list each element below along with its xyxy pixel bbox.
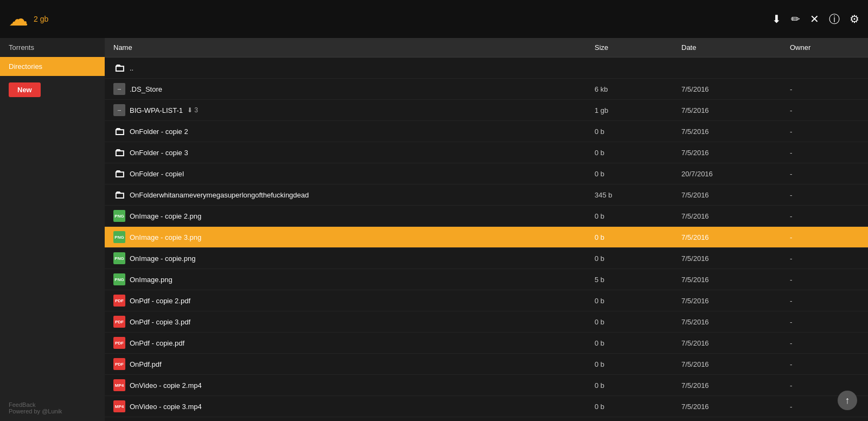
file-size: 6 kb bbox=[586, 79, 673, 100]
file-size: 0 b bbox=[586, 163, 673, 184]
file-date: 7/5/2016 bbox=[673, 100, 781, 121]
file-owner: - bbox=[781, 142, 868, 163]
file-name-cell: PDFOnPdf - copie.pdf bbox=[113, 337, 577, 349]
file-owner: - bbox=[781, 163, 868, 184]
file-owner: - bbox=[781, 354, 868, 375]
table-row[interactable]: PNGOnImage.png5 b7/5/2016- bbox=[105, 269, 868, 290]
file-type-icon: PDF bbox=[113, 337, 125, 349]
file-type-icon: 🗀 bbox=[113, 62, 125, 74]
file-name: OnVideo - copie 2.mp4 bbox=[130, 381, 202, 390]
download-badge: ⬇ 3 bbox=[187, 106, 198, 114]
file-name: OnFolderwhitanameverymegasuperlongofthef… bbox=[130, 191, 309, 199]
file-date: 20/7/2016 bbox=[673, 163, 781, 184]
feedback-link[interactable]: FeedBack bbox=[9, 401, 96, 408]
file-name: BIG-WPA-LIST-1 bbox=[130, 106, 183, 114]
file-owner: - bbox=[781, 311, 868, 333]
file-type-icon: ··· bbox=[113, 104, 125, 116]
file-name: .DS_Store bbox=[130, 85, 162, 93]
file-owner: - bbox=[781, 184, 868, 206]
sidebar-item-torrents[interactable]: Torrents bbox=[0, 38, 105, 57]
file-name-cell: ···BIG-WPA-LIST-1 ⬇ 3 bbox=[113, 104, 577, 116]
file-name: .. bbox=[130, 64, 133, 72]
cloud-icon: ☁ bbox=[9, 9, 28, 29]
table-row[interactable]: 🗀OnFolder - copie 20 b7/5/2016- bbox=[105, 121, 868, 142]
file-owner: - bbox=[781, 206, 868, 227]
file-type-icon: PDF bbox=[113, 295, 125, 307]
file-type-icon: PNG bbox=[113, 210, 125, 222]
file-type-icon: 🗀 bbox=[113, 146, 125, 158]
file-date: 7/5/2016 bbox=[673, 375, 781, 396]
file-name: OnImage - copie 2.png bbox=[130, 212, 201, 220]
file-owner: - bbox=[781, 333, 868, 354]
file-date: 7/5/2016 bbox=[673, 269, 781, 290]
table-row[interactable]: 🗀.. bbox=[105, 58, 868, 79]
file-date: 7/5/2016 bbox=[673, 227, 781, 248]
file-name-cell: 🗀OnFolder - copie 3 bbox=[113, 146, 577, 158]
file-size: 0 b bbox=[586, 396, 673, 417]
file-owner: - bbox=[781, 121, 868, 142]
file-size: 0 b bbox=[586, 417, 673, 422]
col-name: Name bbox=[105, 38, 586, 58]
table-row[interactable]: 🗀OnFolderwhitanameverymegasuperlongofthe… bbox=[105, 184, 868, 206]
file-date: 7/5/2016 bbox=[673, 79, 781, 100]
file-browser: Name Size Date Owner 🗀..···.DS_Store6 kb… bbox=[105, 38, 868, 421]
sidebar: Torrents Directories New FeedBack Powere… bbox=[0, 38, 105, 421]
sidebar-item-directories[interactable]: Directories bbox=[0, 57, 105, 76]
col-size: Size bbox=[586, 38, 673, 58]
table-row[interactable]: PDFOnPdf - copie.pdf0 b7/5/2016- bbox=[105, 333, 868, 354]
table-row[interactable]: 🗀OnFolder - copieI0 b20/7/2016- bbox=[105, 163, 868, 184]
file-date: 7/5/2016 bbox=[673, 248, 781, 269]
file-name-cell: 🗀OnFolderwhitanameverymegasuperlongofthe… bbox=[113, 189, 577, 201]
file-name-cell: ···.DS_Store bbox=[113, 83, 577, 95]
info-icon[interactable]: ⓘ bbox=[829, 12, 840, 27]
file-date: 7/5/2016 bbox=[673, 333, 781, 354]
close-icon[interactable]: ✕ bbox=[810, 12, 819, 25]
table-row[interactable]: PDFOnPdf.pdf0 b7/5/2016- bbox=[105, 354, 868, 375]
table-row[interactable]: PNGOnImage - copie 3.png0 b7/5/2016- bbox=[105, 227, 868, 248]
table-row[interactable]: PNGOnImage - copie 2.png0 b7/5/2016- bbox=[105, 206, 868, 227]
table-row[interactable]: PDFOnPdf - copie 3.pdf0 b7/5/2016- bbox=[105, 311, 868, 333]
file-type-icon: MP4 bbox=[113, 379, 125, 391]
file-date: 7/5/2016 bbox=[673, 290, 781, 311]
table-row[interactable]: 🗀OnFolder - copie 30 b7/5/2016- bbox=[105, 142, 868, 163]
settings-icon[interactable]: ⚙ bbox=[850, 12, 859, 25]
table-row[interactable]: ···.DS_Store6 kb7/5/2016- bbox=[105, 79, 868, 100]
scroll-up-button[interactable]: ↑ bbox=[838, 391, 857, 410]
main-content: Torrents Directories New FeedBack Powere… bbox=[0, 38, 868, 421]
new-button[interactable]: New bbox=[9, 82, 41, 97]
file-name-cell: PNGOnImage.png bbox=[113, 273, 577, 285]
file-date bbox=[673, 58, 781, 79]
file-owner: - bbox=[781, 100, 868, 121]
table-row[interactable]: PNGOnImage - copie.png0 b7/5/2016- bbox=[105, 248, 868, 269]
file-size: 0 b bbox=[586, 227, 673, 248]
file-owner: - bbox=[781, 269, 868, 290]
file-owner bbox=[781, 58, 868, 79]
file-size: 345 b bbox=[586, 184, 673, 206]
file-size: 0 b bbox=[586, 311, 673, 333]
file-size: 0 b bbox=[586, 354, 673, 375]
file-date: 7/5/2016 bbox=[673, 206, 781, 227]
file-size bbox=[586, 58, 673, 79]
file-date: 7/5/2016 bbox=[673, 396, 781, 417]
file-name: OnFolder - copieI bbox=[130, 170, 184, 178]
table-row[interactable]: PDFOnPdf - copie 2.pdf0 b7/5/2016- bbox=[105, 290, 868, 311]
file-name-cell: PNGOnImage - copie.png bbox=[113, 252, 577, 264]
table-row[interactable]: MP4OnVideo - copie 3.mp40 b7/5/2016- bbox=[105, 396, 868, 417]
file-name-cell: 🗀.. bbox=[113, 62, 577, 74]
file-owner: - bbox=[781, 375, 868, 396]
table-row[interactable]: MP4OnVideo - copie.mp40 b7/5/2016- bbox=[105, 417, 868, 422]
file-name: OnFolder - copie 3 bbox=[130, 149, 188, 157]
download-icon[interactable]: ⬇ bbox=[772, 12, 781, 25]
file-owner: - bbox=[781, 290, 868, 311]
file-size: 0 b bbox=[586, 375, 673, 396]
table-header-row: Name Size Date Owner bbox=[105, 38, 868, 58]
file-size: 0 b bbox=[586, 142, 673, 163]
table-row[interactable]: MP4OnVideo - copie 2.mp40 b7/5/2016- bbox=[105, 375, 868, 396]
edit-icon[interactable]: ✏ bbox=[791, 12, 800, 25]
file-name: OnVideo - copie 3.mp4 bbox=[130, 403, 202, 411]
table-row[interactable]: ···BIG-WPA-LIST-1 ⬇ 31 gb7/5/2016- bbox=[105, 100, 868, 121]
file-date: 7/5/2016 bbox=[673, 417, 781, 422]
file-type-icon: 🗀 bbox=[113, 125, 125, 137]
sidebar-footer: FeedBack Powered by @Lunik bbox=[0, 395, 105, 421]
file-name-cell: PDFOnPdf - copie 3.pdf bbox=[113, 316, 577, 328]
